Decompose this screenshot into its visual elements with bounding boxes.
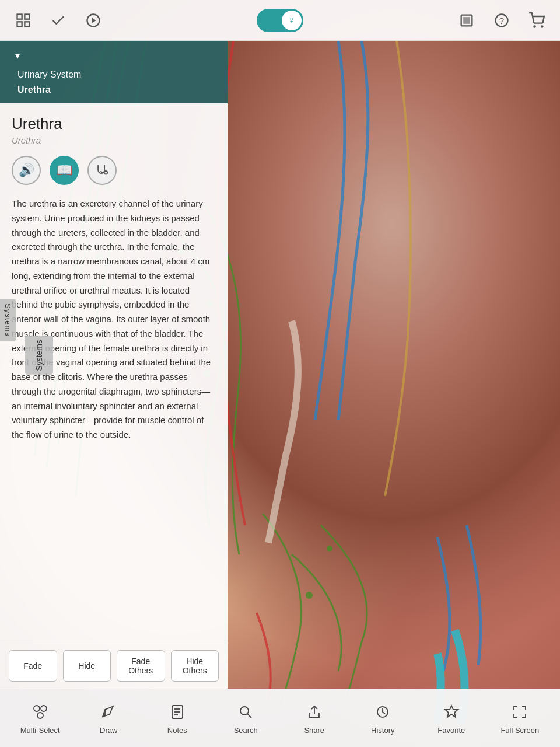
svg-point-19 [534,26,535,27]
svg-rect-10 [24,14,29,19]
gender-knob: ♀ [282,11,302,30]
breadcrumb-toggle[interactable]: ▾ [9,47,26,64]
svg-line-30 [247,714,251,718]
share-nav[interactable]: Share [280,696,349,741]
search-nav[interactable]: Search [212,696,281,741]
multi-select-label: Multi-Select [20,726,60,735]
svg-point-29 [240,707,249,715]
share-label: Share [304,726,324,735]
notes-label: Notes [167,726,187,735]
hide-button[interactable]: Hide [63,650,111,682]
fade-button[interactable]: Fade [9,650,57,682]
history-icon [372,701,393,722]
layers-icon[interactable] [455,9,478,32]
svg-point-24 [37,713,43,718]
history-label: History [371,726,394,735]
svg-point-21 [104,171,108,174]
play-icon[interactable] [82,9,105,32]
svg-point-20 [541,26,542,27]
stethoscope-button[interactable] [88,156,117,185]
draw-nav[interactable]: Draw [75,696,144,741]
svg-text:?: ? [499,15,504,25]
draw-label: Draw [100,726,117,735]
help-icon[interactable]: ? [490,9,513,32]
multi-select-icon [30,701,51,722]
svg-rect-12 [24,22,29,26]
breadcrumb: ▾ Urinary System Urethra [0,41,228,103]
breadcrumb-urinary-system[interactable]: Urinary System [9,67,219,82]
favorite-label: Favorite [438,726,465,735]
svg-marker-14 [92,18,96,23]
fullscreen-nav[interactable]: Full Screen [486,696,555,741]
audio-button[interactable]: 🔊 [12,156,41,185]
svg-marker-32 [445,706,458,717]
share-icon [304,701,325,722]
hide-others-button[interactable]: Hide Others [171,650,219,682]
check-icon[interactable] [47,9,70,32]
history-nav[interactable]: History [349,696,418,741]
fullscreen-icon [509,701,530,722]
anatomy-description: The urethra is an excretory channel of t… [12,197,216,442]
svg-rect-9 [18,14,22,19]
svg-rect-16 [463,17,470,24]
gender-symbol: ♀ [288,14,296,26]
systems-label: Systems [0,299,16,341]
grid-icon[interactable] [12,9,35,32]
fullscreen-label: Full Screen [501,726,539,735]
toolbar-right: ? [455,9,548,32]
systems-tab-label: Systems [34,340,44,371]
favorite-nav[interactable]: Favorite [417,696,486,741]
notes-icon [167,701,188,722]
anatomy-title: Urethra [12,115,216,133]
favorite-icon [441,701,462,722]
fade-others-button[interactable]: Fade Others [117,650,165,682]
action-icons: 🔊 📖 [12,156,216,185]
svg-point-22 [34,706,40,711]
breadcrumb-urethra[interactable]: Urethra [9,82,219,97]
book-button[interactable]: 📖 [50,156,79,185]
toolbar-left [12,9,105,32]
top-toolbar: ♀ ? [0,0,560,41]
search-label: Search [234,726,258,735]
systems-tab-vertical[interactable]: Systems [0,299,16,341]
gender-toggle[interactable]: ♀ [257,9,303,32]
anatomy-subtitle: Urethra [12,135,216,145]
notes-nav[interactable]: Notes [143,696,212,741]
search-icon [235,701,256,722]
cart-icon[interactable] [525,9,548,32]
multi-select-nav[interactable]: Multi-Select [6,696,75,741]
draw-icon [98,701,119,722]
bottom-nav: Multi-Select Draw Notes [0,689,560,747]
svg-rect-11 [18,22,22,26]
systems-tab[interactable]: Systems [25,336,53,375]
action-buttons: Fade Hide Fade Others Hide Others [0,643,228,689]
svg-point-23 [41,706,47,711]
